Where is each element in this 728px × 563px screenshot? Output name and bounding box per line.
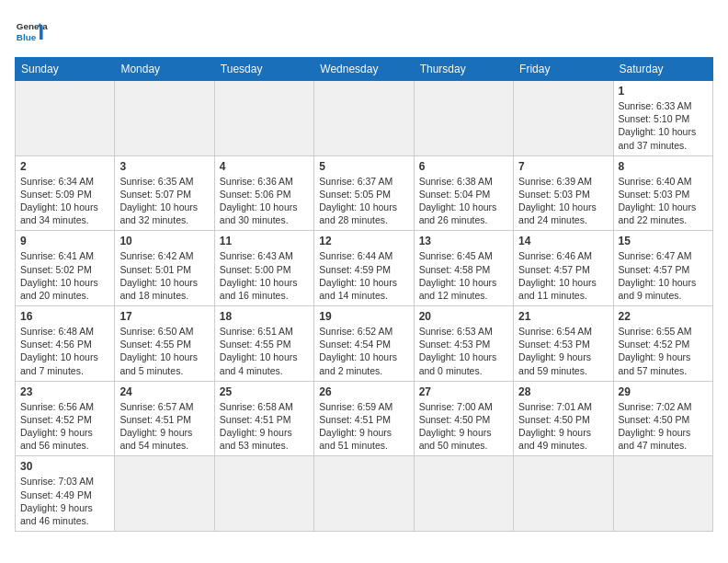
calendar-cell: 13Sunrise: 6:45 AM Sunset: 4:58 PM Dayli… — [414, 231, 513, 306]
day-info: Sunrise: 6:46 AM Sunset: 4:57 PM Dayligh… — [518, 249, 608, 302]
day-number: 1 — [619, 85, 708, 98]
day-number: 8 — [619, 160, 708, 173]
day-number: 12 — [319, 235, 408, 247]
calendar-week-row: 1Sunrise: 6:33 AM Sunset: 5:10 PM Daylig… — [16, 81, 713, 156]
weekday-header-friday: Friday — [514, 58, 613, 81]
day-number: 27 — [419, 385, 508, 398]
day-number: 9 — [20, 235, 109, 247]
day-info: Sunrise: 6:58 AM Sunset: 4:51 PM Dayligh… — [220, 400, 309, 453]
weekday-header-monday: Monday — [115, 58, 214, 81]
day-number: 5 — [319, 160, 408, 173]
calendar-cell: 17Sunrise: 6:50 AM Sunset: 4:55 PM Dayli… — [115, 306, 214, 382]
day-number: 23 — [20, 385, 109, 398]
calendar-week-row: 2Sunrise: 6:34 AM Sunset: 5:09 PM Daylig… — [16, 155, 713, 231]
calendar-cell: 28Sunrise: 7:01 AM Sunset: 4:50 PM Dayli… — [514, 381, 613, 456]
calendar-cell: 12Sunrise: 6:44 AM Sunset: 4:59 PM Dayli… — [314, 231, 414, 306]
calendar-cell: 8Sunrise: 6:40 AM Sunset: 5:03 PM Daylig… — [613, 155, 712, 231]
day-number: 17 — [119, 310, 209, 323]
day-info: Sunrise: 6:42 AM Sunset: 5:01 PM Dayligh… — [119, 249, 209, 302]
day-number: 3 — [119, 160, 209, 173]
calendar-cell: 6Sunrise: 6:38 AM Sunset: 5:04 PM Daylig… — [414, 155, 513, 231]
calendar-week-row: 23Sunrise: 6:56 AM Sunset: 4:52 PM Dayli… — [16, 381, 713, 456]
day-info: Sunrise: 6:44 AM Sunset: 4:59 PM Dayligh… — [319, 249, 408, 302]
day-info: Sunrise: 6:41 AM Sunset: 5:02 PM Dayligh… — [20, 249, 109, 302]
calendar-cell: 21Sunrise: 6:54 AM Sunset: 4:53 PM Dayli… — [514, 306, 613, 382]
calendar-cell — [115, 81, 214, 156]
day-info: Sunrise: 7:03 AM Sunset: 4:49 PM Dayligh… — [20, 475, 109, 527]
svg-text:General: General — [17, 21, 48, 31]
weekday-header-tuesday: Tuesday — [214, 58, 313, 81]
day-number: 19 — [319, 310, 408, 323]
calendar-cell: 20Sunrise: 6:53 AM Sunset: 4:53 PM Dayli… — [414, 306, 513, 382]
day-number: 6 — [419, 160, 508, 173]
calendar-cell — [314, 456, 414, 532]
day-number: 26 — [319, 385, 408, 398]
calendar-cell: 25Sunrise: 6:58 AM Sunset: 4:51 PM Dayli… — [214, 381, 313, 456]
day-number: 24 — [119, 385, 209, 398]
calendar-cell: 10Sunrise: 6:42 AM Sunset: 5:01 PM Dayli… — [115, 231, 214, 306]
day-number: 14 — [518, 235, 608, 247]
day-info: Sunrise: 7:02 AM Sunset: 4:50 PM Dayligh… — [619, 400, 708, 453]
calendar-week-row: 9Sunrise: 6:41 AM Sunset: 5:02 PM Daylig… — [16, 231, 713, 306]
day-info: Sunrise: 6:39 AM Sunset: 5:03 PM Dayligh… — [518, 175, 608, 227]
day-info: Sunrise: 6:35 AM Sunset: 5:07 PM Dayligh… — [119, 175, 209, 227]
day-number: 22 — [619, 310, 708, 323]
day-info: Sunrise: 6:43 AM Sunset: 5:00 PM Dayligh… — [220, 249, 309, 302]
svg-text:Blue: Blue — [17, 32, 37, 42]
weekday-header-row: SundayMondayTuesdayWednesdayThursdayFrid… — [16, 58, 713, 81]
calendar-cell — [314, 81, 414, 156]
calendar-cell: 29Sunrise: 7:02 AM Sunset: 4:50 PM Dayli… — [613, 381, 712, 456]
day-number: 20 — [419, 310, 508, 323]
day-info: Sunrise: 6:51 AM Sunset: 4:55 PM Dayligh… — [220, 325, 309, 377]
day-info: Sunrise: 6:56 AM Sunset: 4:52 PM Dayligh… — [20, 400, 109, 453]
calendar-cell — [414, 81, 513, 156]
calendar-cell: 5Sunrise: 6:37 AM Sunset: 5:05 PM Daylig… — [314, 155, 414, 231]
day-info: Sunrise: 6:52 AM Sunset: 4:54 PM Dayligh… — [319, 325, 408, 377]
day-info: Sunrise: 6:48 AM Sunset: 4:56 PM Dayligh… — [20, 325, 109, 377]
day-number: 10 — [119, 235, 209, 247]
day-info: Sunrise: 6:34 AM Sunset: 5:09 PM Dayligh… — [20, 175, 109, 227]
day-number: 25 — [220, 385, 309, 398]
logo: General Blue — [15, 15, 48, 48]
calendar-cell: 9Sunrise: 6:41 AM Sunset: 5:02 PM Daylig… — [16, 231, 115, 306]
calendar-cell: 22Sunrise: 6:55 AM Sunset: 4:52 PM Dayli… — [613, 306, 712, 382]
weekday-header-thursday: Thursday — [414, 58, 513, 81]
day-number: 15 — [619, 235, 708, 247]
day-info: Sunrise: 6:59 AM Sunset: 4:51 PM Dayligh… — [319, 400, 408, 453]
day-number: 13 — [419, 235, 508, 247]
calendar-cell: 23Sunrise: 6:56 AM Sunset: 4:52 PM Dayli… — [16, 381, 115, 456]
calendar-table: SundayMondayTuesdayWednesdayThursdayFrid… — [15, 57, 713, 532]
calendar-cell: 7Sunrise: 6:39 AM Sunset: 5:03 PM Daylig… — [514, 155, 613, 231]
calendar-week-row: 30Sunrise: 7:03 AM Sunset: 4:49 PM Dayli… — [16, 456, 713, 532]
calendar-cell: 16Sunrise: 6:48 AM Sunset: 4:56 PM Dayli… — [16, 306, 115, 382]
day-info: Sunrise: 7:00 AM Sunset: 4:50 PM Dayligh… — [419, 400, 508, 453]
calendar-cell — [16, 81, 115, 156]
calendar-cell — [414, 456, 513, 532]
calendar-cell — [514, 456, 613, 532]
day-info: Sunrise: 7:01 AM Sunset: 4:50 PM Dayligh… — [518, 400, 608, 453]
day-info: Sunrise: 6:40 AM Sunset: 5:03 PM Dayligh… — [619, 175, 708, 227]
day-number: 28 — [518, 385, 608, 398]
day-number: 2 — [20, 160, 109, 173]
calendar-cell: 4Sunrise: 6:36 AM Sunset: 5:06 PM Daylig… — [214, 155, 313, 231]
day-info: Sunrise: 6:37 AM Sunset: 5:05 PM Dayligh… — [319, 175, 408, 227]
calendar-cell: 18Sunrise: 6:51 AM Sunset: 4:55 PM Dayli… — [214, 306, 313, 382]
day-number: 21 — [518, 310, 608, 323]
calendar-cell — [613, 456, 712, 532]
day-info: Sunrise: 6:33 AM Sunset: 5:10 PM Dayligh… — [619, 99, 708, 152]
day-info: Sunrise: 6:45 AM Sunset: 4:58 PM Dayligh… — [419, 249, 508, 302]
weekday-header-saturday: Saturday — [613, 58, 712, 81]
day-info: Sunrise: 6:47 AM Sunset: 4:57 PM Dayligh… — [619, 249, 708, 302]
calendar-cell: 3Sunrise: 6:35 AM Sunset: 5:07 PM Daylig… — [115, 155, 214, 231]
day-info: Sunrise: 6:36 AM Sunset: 5:06 PM Dayligh… — [220, 175, 309, 227]
day-info: Sunrise: 6:54 AM Sunset: 4:53 PM Dayligh… — [518, 325, 608, 377]
day-number: 29 — [619, 385, 708, 398]
calendar-cell: 15Sunrise: 6:47 AM Sunset: 4:57 PM Dayli… — [613, 231, 712, 306]
day-number: 30 — [20, 460, 109, 473]
calendar-cell: 11Sunrise: 6:43 AM Sunset: 5:00 PM Dayli… — [214, 231, 313, 306]
logo-icon: General Blue — [15, 15, 48, 48]
day-number: 4 — [220, 160, 309, 173]
day-number: 11 — [220, 235, 309, 247]
day-info: Sunrise: 6:50 AM Sunset: 4:55 PM Dayligh… — [119, 325, 209, 377]
day-info: Sunrise: 6:53 AM Sunset: 4:53 PM Dayligh… — [419, 325, 508, 377]
